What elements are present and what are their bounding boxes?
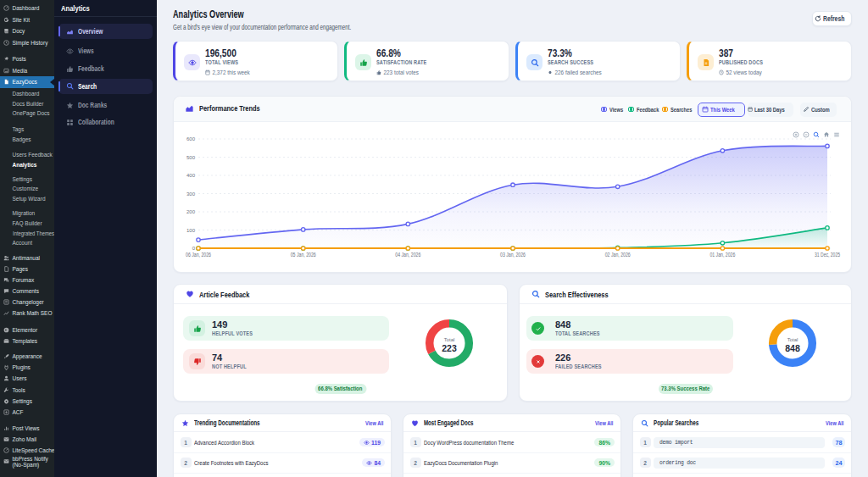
svg-text:04 Jan, 2026: 04 Jan, 2026 [395,252,420,258]
svg-text:0: 0 [192,246,196,251]
svg-text:03 Jan, 2026: 03 Jan, 2026 [500,252,526,258]
svg-text:06 Jan, 2026: 06 Jan, 2026 [186,252,211,258]
svg-text:500: 500 [186,155,196,160]
svg-text:01 Jan, 2026: 01 Jan, 2026 [709,252,735,258]
svg-text:31 Dec, 2025: 31 Dec, 2025 [815,252,840,258]
svg-text:300: 300 [186,191,196,197]
svg-text:223: 223 [442,343,457,353]
svg-text:02 Jan, 2026: 02 Jan, 2026 [605,252,631,258]
svg-text:Total: Total [444,337,455,342]
svg-text:848: 848 [785,343,800,353]
svg-text:100: 100 [186,228,196,233]
svg-text:600: 600 [186,136,196,141]
svg-text:200: 200 [186,209,196,214]
svg-text:05 Jan, 2026: 05 Jan, 2026 [291,252,316,258]
svg-text:Total: Total [787,337,798,342]
svg-text:400: 400 [186,173,196,178]
